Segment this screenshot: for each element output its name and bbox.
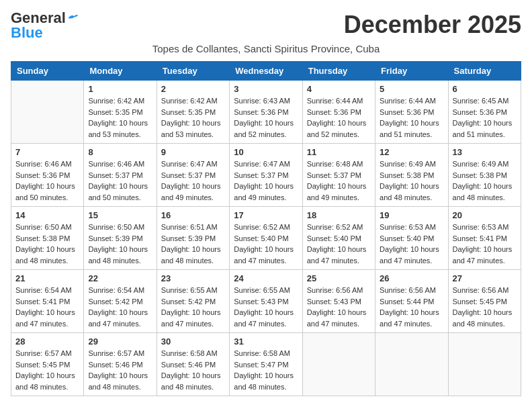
day-info: Sunrise: 6:42 AMSunset: 5:35 PMDaylight:… xyxy=(161,97,221,138)
table-row: 15 Sunrise: 6:50 AMSunset: 5:39 PMDaylig… xyxy=(84,207,157,270)
day-info: Sunrise: 6:56 AMSunset: 5:43 PMDaylight:… xyxy=(307,286,367,328)
calendar-week-4: 21 Sunrise: 6:54 AMSunset: 5:41 PMDaylig… xyxy=(11,270,521,333)
day-number: 5 xyxy=(380,84,443,94)
table-row: 10 Sunrise: 6:47 AMSunset: 5:37 PMDaylig… xyxy=(230,144,302,207)
day-number: 2 xyxy=(161,84,225,94)
day-info: Sunrise: 6:47 AMSunset: 5:37 PMDaylight:… xyxy=(161,160,221,201)
day-info: Sunrise: 6:49 AMSunset: 5:38 PMDaylight:… xyxy=(380,160,439,201)
day-info: Sunrise: 6:54 AMSunset: 5:41 PMDaylight:… xyxy=(15,286,75,328)
weekday-header-tuesday: Tuesday xyxy=(157,62,229,81)
day-number: 3 xyxy=(234,84,298,94)
day-number: 23 xyxy=(161,273,225,283)
day-info: Sunrise: 6:44 AMSunset: 5:36 PMDaylight:… xyxy=(307,97,367,138)
table-row xyxy=(11,81,84,144)
day-number: 18 xyxy=(307,210,371,220)
table-row: 18 Sunrise: 6:52 AMSunset: 5:40 PMDaylig… xyxy=(302,207,375,270)
table-row: 22 Sunrise: 6:54 AMSunset: 5:42 PMDaylig… xyxy=(84,270,157,333)
day-number: 1 xyxy=(88,84,152,94)
day-info: Sunrise: 6:58 AMSunset: 5:47 PMDaylight:… xyxy=(234,349,294,391)
weekday-header-monday: Monday xyxy=(84,62,157,81)
table-row: 28 Sunrise: 6:57 AMSunset: 5:45 PMDaylig… xyxy=(11,333,84,396)
day-number: 6 xyxy=(453,84,517,94)
table-row: 21 Sunrise: 6:54 AMSunset: 5:41 PMDaylig… xyxy=(11,270,84,333)
weekday-header-friday: Friday xyxy=(375,62,448,81)
day-number: 10 xyxy=(234,147,298,157)
day-info: Sunrise: 6:49 AMSunset: 5:38 PMDaylight:… xyxy=(453,160,513,201)
day-info: Sunrise: 6:53 AMSunset: 5:40 PMDaylight:… xyxy=(380,223,439,265)
day-info: Sunrise: 6:57 AMSunset: 5:46 PMDaylight:… xyxy=(88,349,148,391)
day-number: 31 xyxy=(234,336,298,347)
table-row: 27 Sunrise: 6:56 AMSunset: 5:45 PMDaylig… xyxy=(448,270,521,333)
day-info: Sunrise: 6:57 AMSunset: 5:45 PMDaylight:… xyxy=(15,349,75,391)
table-row: 26 Sunrise: 6:56 AMSunset: 5:44 PMDaylig… xyxy=(375,270,448,333)
weekday-header-thursday: Thursday xyxy=(302,62,375,81)
day-number: 12 xyxy=(380,147,443,157)
day-number: 24 xyxy=(234,273,298,283)
weekday-header-sunday: Sunday xyxy=(11,62,84,81)
calendar-week-3: 14 Sunrise: 6:50 AMSunset: 5:38 PMDaylig… xyxy=(11,207,521,270)
table-row: 25 Sunrise: 6:56 AMSunset: 5:43 PMDaylig… xyxy=(302,270,375,333)
day-info: Sunrise: 6:44 AMSunset: 5:36 PMDaylight:… xyxy=(380,97,439,138)
weekday-header-saturday: Saturday xyxy=(448,62,521,81)
logo-bird-icon xyxy=(67,13,79,24)
day-number: 15 xyxy=(88,210,152,220)
table-row: 29 Sunrise: 6:57 AMSunset: 5:46 PMDaylig… xyxy=(84,333,157,396)
table-row: 13 Sunrise: 6:49 AMSunset: 5:38 PMDaylig… xyxy=(448,144,521,207)
calendar-week-1: 1 Sunrise: 6:42 AMSunset: 5:35 PMDayligh… xyxy=(11,81,521,144)
day-number: 13 xyxy=(453,147,517,157)
table-row: 3 Sunrise: 6:43 AMSunset: 5:36 PMDayligh… xyxy=(230,81,302,144)
day-info: Sunrise: 6:42 AMSunset: 5:35 PMDaylight:… xyxy=(88,97,148,138)
day-number: 28 xyxy=(15,336,79,347)
day-info: Sunrise: 6:51 AMSunset: 5:39 PMDaylight:… xyxy=(161,223,221,265)
table-row: 11 Sunrise: 6:48 AMSunset: 5:37 PMDaylig… xyxy=(302,144,375,207)
day-number: 9 xyxy=(161,147,225,157)
day-info: Sunrise: 6:54 AMSunset: 5:42 PMDaylight:… xyxy=(88,286,148,328)
day-number: 17 xyxy=(234,210,298,220)
day-number: 14 xyxy=(15,210,79,220)
day-number: 4 xyxy=(307,84,371,94)
table-row: 5 Sunrise: 6:44 AMSunset: 5:36 PMDayligh… xyxy=(375,81,448,144)
day-info: Sunrise: 6:46 AMSunset: 5:36 PMDaylight:… xyxy=(15,160,75,201)
table-row: 31 Sunrise: 6:58 AMSunset: 5:47 PMDaylig… xyxy=(230,333,302,396)
day-number: 22 xyxy=(88,273,152,283)
day-info: Sunrise: 6:53 AMSunset: 5:41 PMDaylight:… xyxy=(453,223,513,265)
table-row: 20 Sunrise: 6:53 AMSunset: 5:41 PMDaylig… xyxy=(448,207,521,270)
day-number: 27 xyxy=(453,273,517,283)
table-row: 24 Sunrise: 6:55 AMSunset: 5:43 PMDaylig… xyxy=(230,270,302,333)
day-info: Sunrise: 6:55 AMSunset: 5:43 PMDaylight:… xyxy=(234,286,294,328)
calendar-table: SundayMondayTuesdayWednesdayThursdayFrid… xyxy=(11,61,521,396)
day-info: Sunrise: 6:48 AMSunset: 5:37 PMDaylight:… xyxy=(307,160,367,201)
day-number: 25 xyxy=(307,273,371,283)
day-info: Sunrise: 6:50 AMSunset: 5:39 PMDaylight:… xyxy=(88,223,148,265)
day-number: 16 xyxy=(161,210,225,220)
day-number: 8 xyxy=(88,147,152,157)
table-row: 6 Sunrise: 6:45 AMSunset: 5:36 PMDayligh… xyxy=(448,81,521,144)
page-header: General Blue December 2025 xyxy=(11,11,521,40)
table-row: 9 Sunrise: 6:47 AMSunset: 5:37 PMDayligh… xyxy=(157,144,229,207)
day-number: 21 xyxy=(15,273,79,283)
logo-blue: Blue xyxy=(11,26,43,40)
weekday-header-wednesday: Wednesday xyxy=(230,62,302,81)
day-info: Sunrise: 6:55 AMSunset: 5:42 PMDaylight:… xyxy=(161,286,221,328)
calendar-week-5: 28 Sunrise: 6:57 AMSunset: 5:45 PMDaylig… xyxy=(11,333,521,396)
day-info: Sunrise: 6:45 AMSunset: 5:36 PMDaylight:… xyxy=(453,97,513,138)
weekday-header-row: SundayMondayTuesdayWednesdayThursdayFrid… xyxy=(11,62,521,81)
day-number: 20 xyxy=(453,210,517,220)
location-title: Topes de Collantes, Sancti Spiritus Prov… xyxy=(11,43,521,54)
day-info: Sunrise: 6:46 AMSunset: 5:37 PMDaylight:… xyxy=(88,160,148,201)
day-number: 7 xyxy=(15,147,79,157)
table-row: 12 Sunrise: 6:49 AMSunset: 5:38 PMDaylig… xyxy=(375,144,448,207)
table-row: 8 Sunrise: 6:46 AMSunset: 5:37 PMDayligh… xyxy=(84,144,157,207)
day-info: Sunrise: 6:50 AMSunset: 5:38 PMDaylight:… xyxy=(15,223,75,265)
table-row: 1 Sunrise: 6:42 AMSunset: 5:35 PMDayligh… xyxy=(84,81,157,144)
day-info: Sunrise: 6:58 AMSunset: 5:46 PMDaylight:… xyxy=(161,349,221,391)
day-number: 19 xyxy=(380,210,443,220)
day-info: Sunrise: 6:52 AMSunset: 5:40 PMDaylight:… xyxy=(307,223,367,265)
day-info: Sunrise: 6:52 AMSunset: 5:40 PMDaylight:… xyxy=(234,223,294,265)
table-row: 30 Sunrise: 6:58 AMSunset: 5:46 PMDaylig… xyxy=(157,333,229,396)
day-number: 11 xyxy=(307,147,371,157)
month-title: December 2025 xyxy=(344,11,521,39)
table-row: 16 Sunrise: 6:51 AMSunset: 5:39 PMDaylig… xyxy=(157,207,229,270)
table-row: 4 Sunrise: 6:44 AMSunset: 5:36 PMDayligh… xyxy=(302,81,375,144)
table-row: 23 Sunrise: 6:55 AMSunset: 5:42 PMDaylig… xyxy=(157,270,229,333)
